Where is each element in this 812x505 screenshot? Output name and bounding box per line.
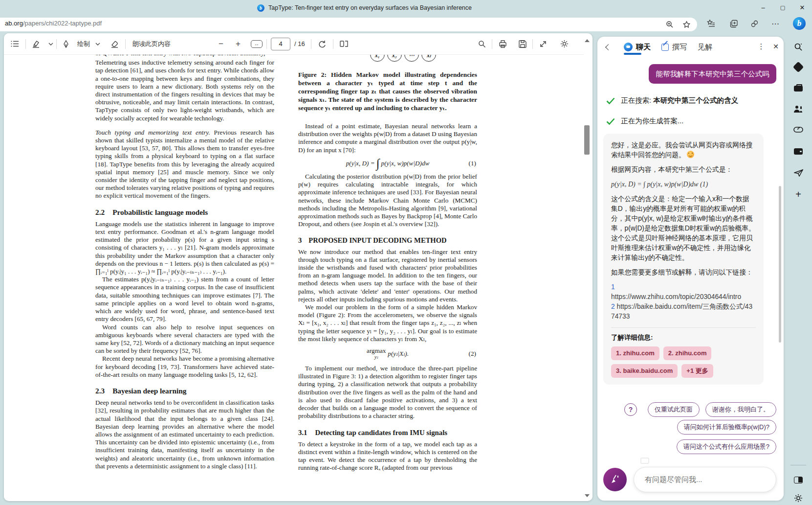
suggestion-chip[interactable]: 请问如何计算后验概率p(w|D)? [677, 420, 776, 435]
highlighter-icon[interactable] [26, 33, 45, 55]
zoom-in-icon[interactable]: + [229, 33, 247, 55]
chat-input[interactable]: 有问题尽管问我... [634, 467, 776, 492]
paragraph: Recent deep neural networks have become … [95, 355, 274, 379]
draw-chevron-icon[interactable] [92, 33, 104, 55]
broom-icon [609, 474, 621, 485]
retry-page-button[interactable]: 仅重试此页面 [648, 402, 700, 417]
clipped-line: of QWERTY-like text entry with two TapSt… [95, 55, 274, 57]
answer-intro: 根据网页内容，本研究中第三个公式是： [611, 165, 756, 175]
user-message-bubble: 能帮我解释下本研究中第三个公式吗 [649, 64, 776, 84]
check-icon [606, 118, 615, 125]
chat-bubble-icon [624, 43, 633, 51]
smiling-face-icon [687, 151, 694, 158]
paragraph: Language models use the statistics inher… [95, 220, 274, 275]
window-title: TapType: Ten-finger text entry on everyd… [268, 4, 472, 11]
pdf-left-column: of QWERTY-like text entry with two TapSt… [95, 55, 274, 470]
rail-send-plane-icon[interactable] [790, 164, 807, 182]
pdf-scrollbar[interactable] [584, 38, 590, 499]
paragraph: Instead of a point estimate, Bayesian ne… [298, 122, 477, 154]
paragraph: To detect a keystroke in the form of a t… [298, 440, 477, 472]
suggestion-chip[interactable]: 请问这个公式有什么应用场景? [677, 439, 776, 454]
equation-2-number: (2) [469, 350, 476, 358]
rotate-icon[interactable] [311, 33, 333, 55]
url-path: /papers/chi2022-taptype.pdf [23, 20, 102, 27]
scroll-down-icon[interactable] [585, 494, 590, 497]
paragraph: We model our problem in the form of a si… [298, 303, 477, 343]
citation-chips: 1. zhihu.com 2. zhihu.com 3. baike.baidu… [611, 346, 756, 378]
expand-fullscreen-icon[interactable] [533, 33, 553, 55]
citation-chip[interactable]: 2. zhihu.com [663, 346, 712, 360]
paragraph: To implement our method, we introduce th… [298, 365, 477, 420]
link-2-url[interactable]: https://baike.baidu.com/item/三角函数公式/4374… [611, 303, 752, 320]
page-number-input[interactable]: 4 [271, 38, 290, 50]
favorites-bar-icon[interactable] [704, 17, 718, 30]
sidebar-tabs: 聊天 撰写 见解 [603, 40, 712, 54]
pdf-right-column: x₁ x₂ ⋯ xₗ Figure 2: Hidden Markov model… [298, 55, 477, 472]
fit-width-icon[interactable]: ↔ [247, 33, 266, 55]
hmm-node-x1: x₁ [370, 55, 385, 62]
rail-add-plus-icon[interactable]: + [790, 185, 807, 203]
thanks-button[interactable]: 谢谢你，我明白了。 [705, 402, 776, 417]
page-total: / 16 [294, 40, 305, 47]
section-heading-3: 3PROPOSED INPUT DECODING METHOD [298, 236, 477, 244]
read-aloud-button[interactable]: 朗读此页内容 [126, 33, 177, 55]
paragraph: Touch typing and memorizing text entry. … [95, 129, 274, 200]
answer-explanation: 这个公式的含义是：给定一个输入x和一个数据集D，输出y的概率是对所有可能的权重w… [611, 194, 756, 263]
learn-more-label: 了解详细信息: [611, 333, 756, 343]
print-icon[interactable] [492, 33, 513, 55]
rail-people-pin-icon[interactable] [790, 100, 807, 118]
browser-essentials-icon[interactable] [747, 17, 761, 30]
eraser-icon[interactable] [104, 33, 125, 55]
rail-shopping-tag-icon[interactable] [790, 58, 807, 76]
rail-games-icon[interactable] [790, 121, 807, 138]
tab-insights[interactable]: 见解 [698, 43, 712, 52]
search-icon[interactable] [472, 33, 492, 55]
tab-compose[interactable]: 撰写 [661, 43, 687, 52]
pdf-scrollbar-thumb[interactable] [584, 125, 590, 155]
zoom-out-icon[interactable]: − [213, 33, 229, 55]
keyboard-icon [640, 458, 649, 464]
save-icon[interactable] [513, 33, 532, 55]
tab-chat[interactable]: 聊天 [624, 43, 651, 52]
collapse-chevron-icon[interactable] [603, 45, 613, 49]
new-topic-broom-button[interactable] [603, 468, 627, 491]
answer-links: 1 https://www.zhihu.com/topic/20304644/i… [611, 282, 756, 321]
rail-sidebar-toggle-icon[interactable] [790, 471, 807, 489]
citation-chip[interactable]: 1. zhihu.com [611, 346, 659, 360]
rail-search-icon[interactable] [790, 38, 807, 56]
address-bar[interactable] [0, 18, 697, 31]
link-1-url[interactable]: https://www.zhihu.com/topic/20304644/int… [611, 292, 756, 302]
section-heading-2-2: 2.2Probabilistic language models [95, 208, 274, 216]
url-text[interactable]: ab.org/papers/chi2022-taptype.pdf [5, 20, 102, 27]
figure2-caption: Figure 2: Hidden Markov model illustrati… [298, 70, 477, 112]
minimize-button[interactable]: – [753, 0, 773, 15]
highlighter-chevron-icon[interactable] [45, 33, 56, 55]
more-menu-icon[interactable]: ⋯ [768, 17, 782, 30]
sidebar-scrollbar-thumb[interactable] [779, 186, 781, 343]
draw-label[interactable]: 绘制 [75, 33, 92, 55]
rail-wallet-icon[interactable] [790, 142, 807, 160]
page-view-icon[interactable] [333, 33, 355, 55]
rail-toolbox-icon[interactable] [790, 80, 807, 97]
question-bubble-icon[interactable]: ? [624, 403, 637, 416]
add-favorite-star-icon[interactable] [680, 18, 693, 31]
hmm-node-dots: ⋯ [404, 55, 419, 62]
citation-chip[interactable]: 3. baike.baidu.com [611, 364, 678, 378]
scroll-up-icon[interactable] [585, 39, 590, 42]
pen-draw-icon[interactable] [57, 33, 75, 55]
zoom-search-icon[interactable] [663, 18, 677, 31]
sidebar-more-icon[interactable]: ⋮ [755, 40, 768, 53]
link-2[interactable]: 2 [611, 303, 615, 310]
suggestion-list: 请问如何计算后验概率p(w|D)? 请问这个公式有什么应用场景? [677, 420, 776, 454]
pdf-page: of QWERTY-like text entry with two TapSt… [4, 55, 584, 501]
paragraph: The estimates p(yᵢ|yᵢ₋₍ₙ₋₁₎ . . . yᵢ₋₁) … [95, 275, 274, 323]
citation-chip[interactable]: +1 更多 [681, 364, 713, 378]
table-of-contents-icon[interactable] [4, 33, 25, 55]
paragraph: We now introduce our method that enables… [298, 248, 477, 303]
pdf-settings-gear-icon[interactable] [553, 33, 575, 55]
sidebar-close-icon[interactable]: ✕ [769, 40, 782, 53]
collections-icon[interactable] [727, 17, 741, 30]
divider [611, 327, 756, 328]
rail-settings-gear-icon[interactable] [790, 489, 807, 505]
link-1[interactable]: 1 [611, 283, 615, 291]
